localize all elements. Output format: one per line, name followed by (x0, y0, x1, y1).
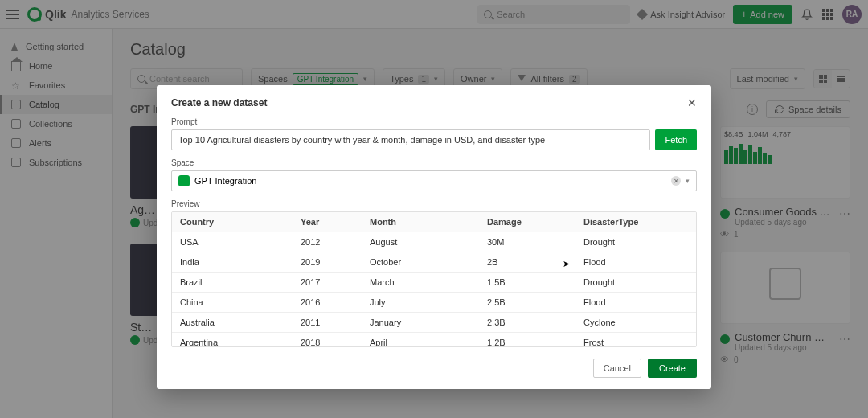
table-row: Argentina2018April1.2BFrost (172, 333, 696, 346)
space-select[interactable]: GPT Integration ✕ ▾ (171, 170, 697, 191)
table-cell: 2018 (293, 333, 362, 346)
prompt-input[interactable] (171, 129, 650, 150)
table-cell: Frost (575, 333, 696, 346)
table-row: Brazil2017March1.5BDrought (172, 273, 696, 293)
table-cell: July (362, 293, 479, 312)
close-icon[interactable]: ✕ (687, 96, 697, 109)
table-cell: Brazil (172, 273, 293, 292)
table-cell: USA (172, 232, 293, 252)
table-cell: October (362, 252, 479, 272)
modal-backdrop: Create a new dataset ✕ Prompt Fetch Spac… (0, 0, 868, 418)
col-header: Year (293, 212, 362, 232)
table-cell: 2012 (293, 232, 362, 252)
col-header: Month (362, 212, 479, 232)
table-cell: 2011 (293, 313, 362, 332)
table-cell: Drought (575, 232, 696, 252)
col-header: DisasterType (575, 212, 696, 232)
table-cell: Cyclone (575, 313, 696, 332)
space-label: Space (171, 158, 697, 167)
create-dataset-modal: Create a new dataset ✕ Prompt Fetch Spac… (157, 85, 711, 389)
table-cell: January (362, 313, 479, 332)
table-cell: August (362, 232, 479, 252)
cancel-button[interactable]: Cancel (593, 359, 641, 378)
space-value: GPT Integration (194, 176, 256, 186)
table-cell: 30M (479, 232, 575, 252)
table-cell: April (362, 333, 479, 346)
table-row: India2019October2BFlood (172, 252, 696, 273)
table-cell: Drought (575, 273, 696, 292)
space-icon (178, 175, 190, 186)
table-row: Australia2011January2.3BCyclone (172, 313, 696, 333)
table-cell: 2B (479, 252, 575, 272)
table-cell: Australia (172, 313, 293, 332)
preview-table: Country Year Month Damage DisasterType U… (171, 211, 697, 347)
table-cell: Argentina (172, 333, 293, 346)
table-cell: 2017 (293, 273, 362, 292)
table-body[interactable]: USA2012August30MDroughtIndia2019October2… (172, 232, 696, 346)
preview-label: Preview (171, 199, 697, 208)
table-header: Country Year Month Damage DisasterType (172, 212, 696, 232)
table-cell: 1.2B (479, 333, 575, 346)
table-row: USA2012August30MDrought (172, 232, 696, 252)
create-button[interactable]: Create (648, 359, 697, 378)
table-cell: 2019 (293, 252, 362, 272)
chevron-down-icon: ▾ (686, 177, 690, 185)
clear-icon[interactable]: ✕ (671, 176, 681, 186)
table-cell: 2.5B (479, 293, 575, 312)
modal-title: Create a new dataset (171, 97, 267, 109)
prompt-label: Prompt (171, 117, 697, 126)
table-cell: March (362, 273, 479, 292)
table-cell: China (172, 293, 293, 312)
table-cell: 2.3B (479, 313, 575, 332)
table-cell: India (172, 252, 293, 272)
col-header: Damage (479, 212, 575, 232)
table-cell: Flood (575, 252, 696, 272)
table-cell: 2016 (293, 293, 362, 312)
table-row: China2016July2.5BFlood (172, 293, 696, 313)
fetch-button[interactable]: Fetch (655, 129, 697, 150)
table-cell: Flood (575, 293, 696, 312)
table-cell: 1.5B (479, 273, 575, 292)
col-header: Country (172, 212, 293, 232)
